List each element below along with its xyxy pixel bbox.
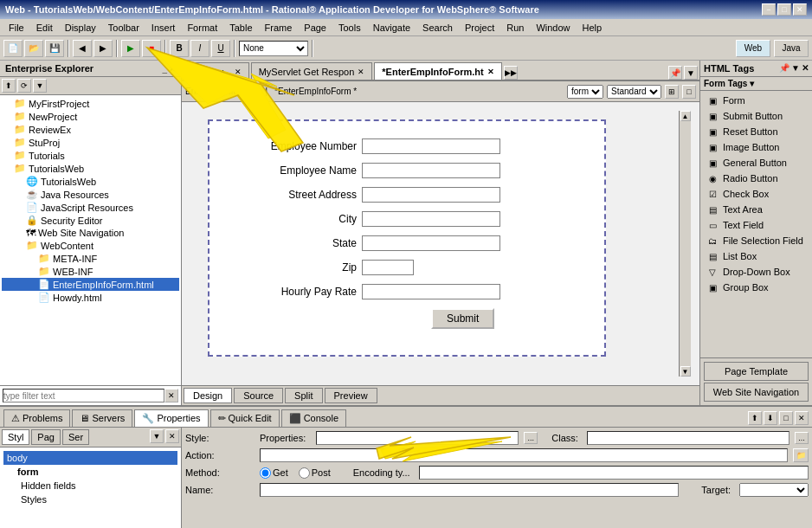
toolbar-run-btn[interactable]: ▶ (121, 40, 140, 57)
explorer-toolbar-btn-2[interactable]: ⟳ (17, 79, 31, 93)
palette-image-button[interactable]: ▣ Image Button (702, 139, 810, 155)
tree-toolbar-1[interactable]: ▼ (150, 429, 164, 443)
class-browse-btn[interactable]: ... (795, 432, 809, 444)
editor-max-btn[interactable]: □ (682, 85, 696, 99)
palette-file-selection[interactable]: 🗂 File Selection Field (702, 233, 810, 248)
tree-item-web-site-nav[interactable]: 🗺Web Site Navigation (2, 227, 179, 239)
palette-radio-button[interactable]: ◉ Radio Button (702, 171, 810, 186)
method-get-radio[interactable] (260, 467, 271, 479)
explorer-icons[interactable]: _ ✕ (162, 64, 176, 74)
prop-styles-item[interactable]: Styles (3, 493, 177, 506)
filter-clear-btn[interactable]: ✕ (164, 389, 178, 402)
tree-item-tutorials[interactable]: 📁Tutorials (2, 149, 179, 162)
method-post-option[interactable]: Post (299, 467, 331, 479)
design-tab-preview[interactable]: Preview (325, 388, 377, 403)
palette-group-box[interactable]: ▣ Group Box (702, 280, 810, 295)
tree-item-js-resources[interactable]: 📄JavaScript Resources (2, 201, 179, 214)
tree-item-enterempinfoform[interactable]: 📄EnterEmpInfoForm.html (2, 278, 179, 291)
menu-table[interactable]: Table (224, 21, 257, 35)
empno-input[interactable] (362, 138, 500, 154)
payrate-input[interactable] (362, 284, 500, 299)
pag-tab[interactable]: Pag (31, 429, 61, 445)
menu-project[interactable]: Project (460, 21, 499, 35)
tab-enterempinfoform-close[interactable]: ✕ (487, 68, 494, 76)
form-tags-section-header[interactable]: Form Tags ▾ (700, 77, 812, 91)
palette-general-button[interactable]: ▣ General Button (702, 155, 810, 171)
menu-edit[interactable]: Edit (31, 21, 58, 35)
maximize-button[interactable]: □ (777, 3, 791, 16)
prop-hidden-fields-item[interactable]: Hidden fields (3, 479, 177, 493)
menu-format[interactable]: Format (182, 21, 222, 35)
editor-pin-btn[interactable]: 📌 (668, 66, 682, 80)
design-tab-split[interactable]: Split (285, 388, 322, 403)
tree-item-web-inf[interactable]: 📁WEB-INF (2, 265, 179, 278)
page-template-btn[interactable]: Page Template (704, 362, 809, 381)
tree-item-tutorialsweb[interactable]: 📁TutorialsWeb (2, 162, 179, 175)
tab-myservlet-get[interactable]: MyServlet Get Respon ✕ (251, 62, 373, 80)
tree-item-howdy[interactable]: 📄Howdy.html (2, 291, 179, 304)
method-post-radio[interactable] (299, 467, 310, 479)
toolbar-italic-btn[interactable]: I (190, 40, 209, 57)
menu-insert[interactable]: Insert (146, 21, 181, 35)
bottom-panel-collapse-btn[interactable]: ⬇ (764, 411, 777, 425)
class-input[interactable] (587, 431, 789, 445)
bottom-panel-close-btn[interactable]: ✕ (795, 411, 809, 425)
palette-dropdown[interactable]: ▽ Drop-Down Box (702, 264, 810, 280)
toolbar-new-btn[interactable]: 📄 (3, 40, 23, 57)
tree-item-tutorialsweb-child[interactable]: 🌐TutorialsWeb (2, 175, 179, 188)
tab-overflow-btn[interactable]: ▶▶ (504, 66, 518, 80)
menu-help[interactable]: Help (577, 21, 608, 35)
palette-pin-icon[interactable]: 📌 (779, 63, 789, 74)
palette-reset-button[interactable]: ▣ Reset Button (702, 124, 810, 139)
menu-navigate[interactable]: Navigate (368, 21, 416, 35)
submit-button[interactable]: Submit (431, 308, 494, 329)
tab-myservlet[interactable]: MyServ... ✕ (184, 62, 249, 80)
bottom-panel-expand-btn[interactable]: ⬆ (748, 411, 762, 425)
palette-header-icons[interactable]: 📌 ▼ ✕ (779, 63, 809, 74)
palette-list-box[interactable]: ▤ List Box (702, 248, 810, 264)
palette-close-icon[interactable]: ✕ (802, 63, 809, 74)
city-input[interactable] (362, 211, 500, 227)
name-input[interactable] (260, 483, 679, 497)
ser-tab[interactable]: Ser (62, 429, 89, 445)
palette-form[interactable]: ▣ Form (702, 93, 810, 108)
toolbar-back-btn[interactable]: ◀ (73, 40, 92, 57)
menu-toolbar[interactable]: Toolbar (103, 21, 145, 35)
palette-text-field[interactable]: ▭ Text Field (702, 217, 810, 233)
explorer-toolbar-btn-3[interactable]: ▼ (33, 79, 47, 93)
explorer-toolbar-btn-1[interactable]: ⬆ (2, 79, 16, 93)
encoding-input[interactable] (419, 466, 809, 480)
tree-item-webcontent[interactable]: 📁WebContent (2, 239, 179, 252)
tree-item-java-resources[interactable]: ☕Java Resources (2, 188, 179, 201)
palette-check-box[interactable]: ☑ Check Box (702, 186, 810, 202)
web-site-nav-btn[interactable]: Web Site Navigation (704, 383, 809, 402)
minimize-button[interactable]: − (762, 3, 776, 16)
menu-page[interactable]: Page (299, 21, 332, 35)
target-select[interactable] (739, 483, 809, 497)
action-input[interactable] (260, 448, 788, 462)
action-browse-btn[interactable]: 📁 (793, 448, 809, 462)
tree-item-security-editor[interactable]: 🔒Security Editor (2, 214, 179, 227)
bottom-tab-quick-edit[interactable]: ✏ Quick Edit (210, 409, 280, 427)
menu-file[interactable]: File (3, 21, 29, 35)
style-select[interactable]: Standard (607, 85, 661, 99)
tab-myservlet-get-close[interactable]: ✕ (358, 68, 364, 76)
bottom-tab-console[interactable]: ⬛ Console (281, 409, 346, 427)
style-properties-input[interactable] (316, 431, 519, 445)
toolbar-underline-btn[interactable]: U (211, 40, 230, 57)
menu-tools[interactable]: Tools (333, 21, 366, 35)
menu-display[interactable]: Display (60, 21, 101, 35)
tree-item-stuproj[interactable]: 📁StuProj (2, 136, 179, 149)
bottom-tab-properties[interactable]: 🔧 Properties (134, 409, 208, 427)
toolbar-stop-btn[interactable]: ■ (142, 40, 161, 57)
palette-text-area[interactable]: ▤ Text Area (702, 202, 810, 217)
window-controls[interactable]: − □ ✕ (762, 3, 807, 16)
tree-item-reviewex[interactable]: 📁ReviewEx (2, 123, 179, 136)
menu-search[interactable]: Search (417, 21, 458, 35)
explorer-minimize-icon[interactable]: _ (162, 64, 167, 74)
tree-item-meta-inf[interactable]: 📁META-INF (2, 252, 179, 265)
method-get-option[interactable]: Get (260, 467, 288, 479)
filter-input[interactable] (3, 389, 164, 402)
tree-toolbar-2[interactable]: ✕ (165, 429, 179, 443)
format-combo[interactable]: None (239, 41, 308, 56)
